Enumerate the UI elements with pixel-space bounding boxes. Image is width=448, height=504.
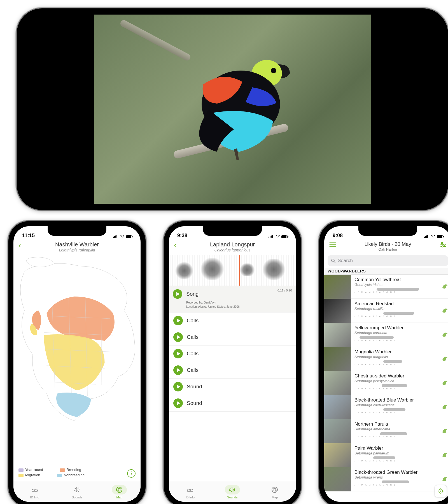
page-title: Nashville Warbler [13, 241, 141, 248]
section-header: WOOD-WARBLERS [324, 268, 448, 275]
range-map[interactable]: Year-round Breeding Migration Nonbreedin… [13, 255, 141, 482]
map-phone: 11:15 ‹ Nashville Warbler Leiothlypis ru… [8, 221, 146, 504]
play-button[interactable] [173, 289, 182, 299]
back-button[interactable]: ‹ [18, 241, 21, 250]
hero-bird-photo [94, 15, 371, 204]
bird-silhouette-icon [441, 475, 448, 482]
sound-label: Calls [187, 367, 199, 373]
play-button[interactable] [173, 382, 183, 391]
tab-sounds[interactable]: Sounds [211, 482, 253, 502]
bird-row[interactable]: Black-throated Green WarblerSetophaga vi… [324, 467, 448, 491]
status-time: 11:15 [22, 233, 35, 239]
spectrogram[interactable] [169, 255, 296, 286]
tab-id-info[interactable]: ID Info [169, 482, 211, 502]
playhead[interactable] [239, 255, 240, 286]
bird-row[interactable]: Northern ParulaSetophaga americanaJ F M … [324, 419, 448, 443]
sound-row[interactable]: Calls [169, 346, 296, 362]
info-button[interactable]: i [127, 469, 136, 478]
play-button[interactable] [173, 398, 183, 408]
months-axis: J F M A M J J A S O N D [354, 484, 440, 486]
timecode: 0:11 / 0:20 [277, 289, 292, 292]
months-axis: J F M A M J J A S O N D [354, 460, 440, 462]
page-title: Likely Birds - 20 May [324, 241, 448, 247]
months-axis: J F M A M J J A S O N D [354, 291, 440, 293]
play-button[interactable] [173, 316, 183, 325]
abundance-bar [354, 312, 440, 315]
hero-phone [17, 8, 448, 210]
bird-scientific-name: Setophaga virens [354, 475, 440, 479]
page-title: Lapland Longspur [169, 241, 296, 248]
svg-point-4 [272, 487, 277, 493]
swatch-yearround [18, 468, 24, 472]
speaker-icon [229, 487, 236, 493]
bird-scientific-name: Setophaga ruticilla [354, 307, 440, 311]
bird-name: American Redstart [354, 301, 440, 307]
months-axis: J F M A M J J A S O N D [354, 436, 440, 438]
bird-scientific-name: Setophaga caerulescens [354, 403, 440, 407]
svg-point-9 [444, 244, 445, 246]
svg-point-14 [440, 491, 441, 492]
svg-point-10 [442, 246, 444, 247]
abundance-bar [354, 360, 440, 363]
bird-row[interactable]: Common YellowthroatGeothlypis trichasJ F… [324, 275, 448, 299]
sound-label: Sound [187, 400, 202, 406]
tab-map[interactable]: Map [254, 482, 296, 502]
filter-button[interactable] [440, 242, 446, 249]
play-button[interactable] [173, 349, 183, 358]
search-icon [331, 258, 335, 263]
bird-name: Black-throated Green Warbler [354, 470, 440, 475]
play-button[interactable] [173, 332, 183, 342]
bird-thumbnail [324, 419, 351, 443]
svg-point-3 [116, 487, 122, 493]
tab-sounds[interactable]: Sounds [56, 482, 98, 502]
swatch-nonbreeding [57, 474, 62, 477]
menu-button[interactable] [329, 241, 336, 248]
bird-thumbnail [324, 299, 351, 323]
bird-silhouette-icon [441, 331, 448, 338]
months-axis: J F M A M J J A S O N D [354, 412, 440, 414]
bird-row[interactable]: Magnolia WarblerSetophaga magnoliaJ F M … [324, 347, 448, 371]
list-phone: 9:08 Likely Birds - 20 May Oak Harbor Se… [319, 221, 448, 504]
bird-thumbnail [324, 443, 351, 467]
bird-silhouette-icon [441, 403, 448, 410]
bird-row[interactable]: American RedstartSetophaga ruticillaJ F … [324, 299, 448, 323]
back-button[interactable]: ‹ [174, 241, 176, 250]
sound-row[interactable]: Calls [169, 362, 296, 379]
svg-line-12 [334, 262, 335, 263]
page-header: Likely Birds - 20 May Oak Harbor [324, 240, 448, 254]
sound-list: CallsCallsCallsCallsSoundSound [169, 312, 296, 412]
play-button[interactable] [173, 365, 183, 375]
bird-name: Magnolia Warbler [354, 349, 440, 355]
sound-row[interactable]: Calls [169, 312, 296, 329]
bird-scientific-name: Setophaga palmarum [354, 451, 440, 455]
months-axis: J F M A M J J A S O N D [354, 388, 440, 389]
bird-row[interactable]: Palm WarblerSetophaga palmarumJ F M A M … [324, 443, 448, 467]
tab-bar: ID Info Sounds Map [169, 482, 296, 502]
now-playing-label: Song [186, 291, 199, 297]
bird-row[interactable]: Yellow-rumped WarblerSetophaga coronataJ… [324, 323, 448, 347]
locate-button[interactable] [435, 485, 447, 497]
bird-row[interactable]: Chestnut-sided WarblerSetophaga pensylva… [324, 371, 448, 395]
bird-name: Black-throated Blue Warbler [354, 397, 440, 403]
bird-row[interactable]: Black-throated Blue WarblerSetophaga cae… [324, 395, 448, 419]
bird-thumbnail [324, 371, 351, 395]
tab-map[interactable]: Map [98, 482, 141, 502]
bird-name: Chestnut-sided Warbler [354, 373, 440, 379]
page-header: ‹ Nashville Warbler Leiothlypis ruficapi… [13, 240, 141, 255]
sound-row[interactable]: Sound [169, 395, 296, 412]
search-input[interactable]: Search [328, 255, 448, 266]
now-playing: 0:11 / 0:20 Song Recorded by: Gerrit Vyn… [169, 286, 296, 312]
sound-row[interactable]: Calls [169, 329, 296, 346]
tab-id-info[interactable]: ID Info [13, 482, 56, 502]
page-subtitle: Calcarius lapponicus [169, 248, 296, 252]
binoculars-icon [31, 487, 38, 493]
abundance-bar [354, 456, 440, 459]
sound-row[interactable]: Sound [169, 379, 296, 395]
status-time: 9:08 [333, 233, 343, 239]
bird-scientific-name: Setophaga americana [354, 427, 440, 431]
months-axis: J F M A M J J A S O N D [354, 339, 440, 341]
paradise-tanager-illustration [195, 54, 295, 161]
target-icon [438, 488, 444, 494]
bird-list[interactable]: Common YellowthroatGeothlypis trichasJ F… [324, 275, 448, 502]
abundance-bar [354, 384, 440, 387]
